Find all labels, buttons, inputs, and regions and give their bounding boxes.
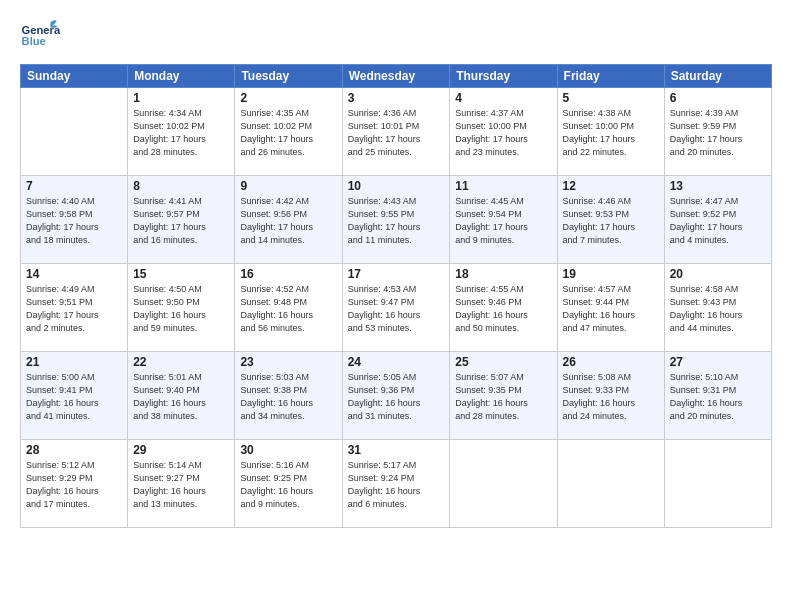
day-number: 12 [563,179,659,193]
calendar-cell: 23Sunrise: 5:03 AM Sunset: 9:38 PM Dayli… [235,352,342,440]
calendar-cell: 2Sunrise: 4:35 AM Sunset: 10:02 PM Dayli… [235,88,342,176]
weekday-header-sunday: Sunday [21,65,128,88]
day-info: Sunrise: 4:45 AM Sunset: 9:54 PM Dayligh… [455,195,551,247]
day-number: 26 [563,355,659,369]
calendar-cell: 4Sunrise: 4:37 AM Sunset: 10:00 PM Dayli… [450,88,557,176]
weekday-header-saturday: Saturday [664,65,771,88]
day-number: 1 [133,91,229,105]
day-info: Sunrise: 4:50 AM Sunset: 9:50 PM Dayligh… [133,283,229,335]
calendar-cell: 14Sunrise: 4:49 AM Sunset: 9:51 PM Dayli… [21,264,128,352]
day-number: 5 [563,91,659,105]
calendar-cell [21,88,128,176]
calendar-cell: 30Sunrise: 5:16 AM Sunset: 9:25 PM Dayli… [235,440,342,528]
calendar-cell [664,440,771,528]
day-number: 9 [240,179,336,193]
day-info: Sunrise: 4:40 AM Sunset: 9:58 PM Dayligh… [26,195,122,247]
day-number: 28 [26,443,122,457]
calendar-cell: 18Sunrise: 4:55 AM Sunset: 9:46 PM Dayli… [450,264,557,352]
day-info: Sunrise: 4:57 AM Sunset: 9:44 PM Dayligh… [563,283,659,335]
day-info: Sunrise: 4:46 AM Sunset: 9:53 PM Dayligh… [563,195,659,247]
day-info: Sunrise: 4:47 AM Sunset: 9:52 PM Dayligh… [670,195,766,247]
day-number: 19 [563,267,659,281]
day-number: 23 [240,355,336,369]
page-header: General Blue [20,16,772,56]
day-info: Sunrise: 4:39 AM Sunset: 9:59 PM Dayligh… [670,107,766,159]
calendar-cell: 27Sunrise: 5:10 AM Sunset: 9:31 PM Dayli… [664,352,771,440]
day-number: 13 [670,179,766,193]
day-info: Sunrise: 4:42 AM Sunset: 9:56 PM Dayligh… [240,195,336,247]
calendar-cell: 8Sunrise: 4:41 AM Sunset: 9:57 PM Daylig… [128,176,235,264]
calendar-cell: 28Sunrise: 5:12 AM Sunset: 9:29 PM Dayli… [21,440,128,528]
day-number: 11 [455,179,551,193]
day-number: 27 [670,355,766,369]
calendar-cell: 13Sunrise: 4:47 AM Sunset: 9:52 PM Dayli… [664,176,771,264]
weekday-header-thursday: Thursday [450,65,557,88]
calendar-cell: 24Sunrise: 5:05 AM Sunset: 9:36 PM Dayli… [342,352,450,440]
day-info: Sunrise: 4:58 AM Sunset: 9:43 PM Dayligh… [670,283,766,335]
calendar-cell: 12Sunrise: 4:46 AM Sunset: 9:53 PM Dayli… [557,176,664,264]
day-number: 21 [26,355,122,369]
calendar-cell: 11Sunrise: 4:45 AM Sunset: 9:54 PM Dayli… [450,176,557,264]
day-info: Sunrise: 5:16 AM Sunset: 9:25 PM Dayligh… [240,459,336,511]
calendar-cell [450,440,557,528]
calendar-cell: 21Sunrise: 5:00 AM Sunset: 9:41 PM Dayli… [21,352,128,440]
day-number: 14 [26,267,122,281]
day-info: Sunrise: 4:53 AM Sunset: 9:47 PM Dayligh… [348,283,445,335]
day-number: 15 [133,267,229,281]
day-number: 10 [348,179,445,193]
calendar-cell: 22Sunrise: 5:01 AM Sunset: 9:40 PM Dayli… [128,352,235,440]
day-info: Sunrise: 5:03 AM Sunset: 9:38 PM Dayligh… [240,371,336,423]
day-info: Sunrise: 5:12 AM Sunset: 9:29 PM Dayligh… [26,459,122,511]
day-info: Sunrise: 5:05 AM Sunset: 9:36 PM Dayligh… [348,371,445,423]
calendar-cell: 17Sunrise: 4:53 AM Sunset: 9:47 PM Dayli… [342,264,450,352]
weekday-header-friday: Friday [557,65,664,88]
week-row-2: 7Sunrise: 4:40 AM Sunset: 9:58 PM Daylig… [21,176,772,264]
day-info: Sunrise: 4:52 AM Sunset: 9:48 PM Dayligh… [240,283,336,335]
day-info: Sunrise: 4:55 AM Sunset: 9:46 PM Dayligh… [455,283,551,335]
day-info: Sunrise: 4:49 AM Sunset: 9:51 PM Dayligh… [26,283,122,335]
calendar-cell: 10Sunrise: 4:43 AM Sunset: 9:55 PM Dayli… [342,176,450,264]
day-info: Sunrise: 5:08 AM Sunset: 9:33 PM Dayligh… [563,371,659,423]
logo: General Blue [20,16,60,56]
weekday-header-tuesday: Tuesday [235,65,342,88]
day-info: Sunrise: 5:07 AM Sunset: 9:35 PM Dayligh… [455,371,551,423]
day-number: 24 [348,355,445,369]
calendar-cell: 20Sunrise: 4:58 AM Sunset: 9:43 PM Dayli… [664,264,771,352]
day-number: 20 [670,267,766,281]
calendar-cell: 7Sunrise: 4:40 AM Sunset: 9:58 PM Daylig… [21,176,128,264]
day-number: 29 [133,443,229,457]
calendar-cell: 15Sunrise: 4:50 AM Sunset: 9:50 PM Dayli… [128,264,235,352]
day-number: 18 [455,267,551,281]
day-info: Sunrise: 4:37 AM Sunset: 10:00 PM Daylig… [455,107,551,159]
logo-icon: General Blue [20,16,60,56]
day-info: Sunrise: 4:36 AM Sunset: 10:01 PM Daylig… [348,107,445,159]
day-info: Sunrise: 5:17 AM Sunset: 9:24 PM Dayligh… [348,459,445,511]
day-info: Sunrise: 5:00 AM Sunset: 9:41 PM Dayligh… [26,371,122,423]
calendar-cell: 16Sunrise: 4:52 AM Sunset: 9:48 PM Dayli… [235,264,342,352]
day-info: Sunrise: 4:41 AM Sunset: 9:57 PM Dayligh… [133,195,229,247]
day-number: 16 [240,267,336,281]
day-info: Sunrise: 4:34 AM Sunset: 10:02 PM Daylig… [133,107,229,159]
day-number: 3 [348,91,445,105]
calendar-cell: 5Sunrise: 4:38 AM Sunset: 10:00 PM Dayli… [557,88,664,176]
calendar-cell: 1Sunrise: 4:34 AM Sunset: 10:02 PM Dayli… [128,88,235,176]
day-number: 25 [455,355,551,369]
week-row-1: 1Sunrise: 4:34 AM Sunset: 10:02 PM Dayli… [21,88,772,176]
day-info: Sunrise: 4:35 AM Sunset: 10:02 PM Daylig… [240,107,336,159]
day-number: 17 [348,267,445,281]
day-info: Sunrise: 5:14 AM Sunset: 9:27 PM Dayligh… [133,459,229,511]
calendar-cell: 9Sunrise: 4:42 AM Sunset: 9:56 PM Daylig… [235,176,342,264]
svg-text:Blue: Blue [22,35,46,47]
day-number: 31 [348,443,445,457]
day-info: Sunrise: 5:10 AM Sunset: 9:31 PM Dayligh… [670,371,766,423]
day-info: Sunrise: 5:01 AM Sunset: 9:40 PM Dayligh… [133,371,229,423]
calendar-cell: 3Sunrise: 4:36 AM Sunset: 10:01 PM Dayli… [342,88,450,176]
calendar-cell: 26Sunrise: 5:08 AM Sunset: 9:33 PM Dayli… [557,352,664,440]
week-row-3: 14Sunrise: 4:49 AM Sunset: 9:51 PM Dayli… [21,264,772,352]
day-number: 8 [133,179,229,193]
day-number: 22 [133,355,229,369]
calendar-cell: 29Sunrise: 5:14 AM Sunset: 9:27 PM Dayli… [128,440,235,528]
day-number: 2 [240,91,336,105]
weekday-header-monday: Monday [128,65,235,88]
calendar-table: SundayMondayTuesdayWednesdayThursdayFrid… [20,64,772,528]
